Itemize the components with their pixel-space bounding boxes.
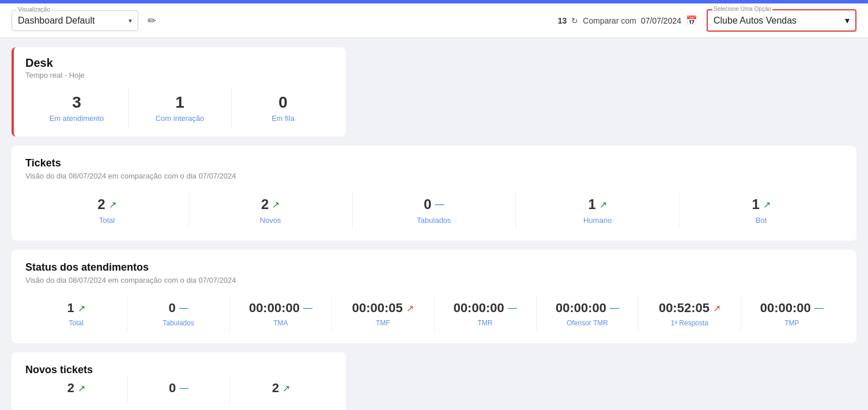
status-stats: 1 ↗ Total 0 — Tabulados 00:00:00 — TMA xyxy=(25,296,843,332)
novos-stat-0: 2 ↗ xyxy=(25,376,128,404)
chevron-down-icon: ▾ xyxy=(129,17,132,25)
desk-subtitle: Tempo real - Hoje xyxy=(25,71,334,79)
status-stat-top-5: 00:00:00 — xyxy=(537,301,638,316)
viz-select[interactable]: Dashboard Default ▾ xyxy=(18,13,132,28)
status-stat-ofensor-tmr: 00:00:00 — Ofensor TMR xyxy=(537,296,639,332)
desk-stat-value-1: 1 xyxy=(129,93,231,112)
option-label: Selecione Uma Opção xyxy=(712,6,772,12)
status-label-2: TMA xyxy=(230,319,331,327)
desk-stat-label-1: Com interação xyxy=(129,114,231,123)
status-stat-top-6: 00:52:05 ↗ xyxy=(639,301,740,316)
status-value-2: 00:00:00 xyxy=(249,301,300,316)
desk-stat-value-2: 0 xyxy=(232,93,334,112)
desk-card: Desk Tempo real - Hoje 3 Em atendimento … xyxy=(12,47,346,136)
status-label-6: 1ª Resposta xyxy=(639,319,740,327)
arrow-up-icon-0: ↗ xyxy=(109,199,116,210)
option-value: Clube Autos Vendas xyxy=(714,16,797,26)
ticket-stat-top-1: 2 ↗ xyxy=(189,196,352,212)
chevron-down-icon-option: ▾ xyxy=(845,15,850,26)
status-label-7: TMP xyxy=(741,319,843,327)
calendar-icon[interactable]: 📅 xyxy=(686,15,697,26)
status-stat-top-7: 00:00:00 — xyxy=(741,301,843,316)
main-content: Desk Tempo real - Hoje 3 Em atendimento … xyxy=(0,38,868,410)
refresh-count: 13 xyxy=(558,16,567,25)
status-stat-top-1: 0 — xyxy=(127,301,229,316)
novos-stat-top-0: 2 ↗ xyxy=(25,381,127,396)
option-select-wrapper[interactable]: Selecione Uma Opção Clube Autos Vendas ▾ xyxy=(707,9,856,32)
status-value-5: 00:00:00 xyxy=(556,301,606,316)
ticket-stat-top-0: 2 ↗ xyxy=(25,196,188,212)
status-label-5: Ofensor TMR xyxy=(537,319,638,327)
novos-tickets-card: Novos tickets 2 ↗ 0 — 2 ↗ xyxy=(12,352,346,410)
arrow-up-icon-1: ↗ xyxy=(272,199,280,210)
status-value-4: 00:00:00 xyxy=(454,301,504,316)
status-stat-tabulados: 0 — Tabulados xyxy=(127,296,229,332)
arrow-dash-novos-1: — xyxy=(179,383,188,393)
ticket-stat-humano: 1 ↗ Humano xyxy=(516,192,680,229)
status-card: Status dos atendimentos Visão do dia 08/… xyxy=(12,250,856,343)
status-stat-top-3: 00:00:05 ↗ xyxy=(332,301,433,316)
ticket-stat-novos: 2 ↗ Novos xyxy=(189,192,353,229)
arrow-dash-status-5: — xyxy=(610,303,619,313)
status-label-0: Total xyxy=(25,319,127,327)
ticket-stat-bot: 1 ↗ Bot xyxy=(680,192,843,229)
arrow-up-novos-2: ↗ xyxy=(282,383,290,394)
novos-stats: 2 ↗ 0 — 2 ↗ xyxy=(25,376,332,404)
status-stat-total: 1 ↗ Total xyxy=(25,296,127,332)
novos-stat-2: 2 ↗ xyxy=(230,376,332,404)
ticket-label-4: Bot xyxy=(680,216,843,225)
status-stat-top-4: 00:00:00 — xyxy=(435,301,536,316)
status-value-0: 1 xyxy=(67,301,74,316)
novos-tickets-title: Novos tickets xyxy=(25,364,332,376)
status-stat-1a-resposta: 00:52:05 ↗ 1ª Resposta xyxy=(639,296,741,332)
compare-label: Comparar com xyxy=(583,16,636,25)
ticket-stat-top-2: 0 — xyxy=(353,196,516,212)
ticket-value-4: 1 xyxy=(752,196,759,212)
viz-select-wrapper[interactable]: Visualização Dashboard Default ▾ xyxy=(12,10,138,31)
novos-stat-top-2: 2 ↗ xyxy=(230,381,332,396)
novos-value-0: 2 xyxy=(67,381,74,396)
ticket-label-3: Humano xyxy=(516,216,679,225)
desk-stat-label-2: Em fila xyxy=(232,114,334,123)
ticket-label-1: Novos xyxy=(189,216,352,225)
pencil-icon[interactable]: ✏ xyxy=(148,14,156,27)
status-stat-top-2: 00:00:00 — xyxy=(230,301,331,316)
novos-value-2: 2 xyxy=(272,381,279,396)
tickets-subtitle: Visão do dia 08/07/2024 em comparação co… xyxy=(25,172,843,180)
arrow-dash-status-2: — xyxy=(303,303,312,313)
toolbar: Visualização Dashboard Default ▾ ✏ 13 ↻ … xyxy=(0,3,868,38)
status-value-1: 0 xyxy=(168,301,175,316)
compare-date: 07/07/2024 xyxy=(641,16,681,25)
tickets-card: Tickets Visão do dia 08/07/2024 em compa… xyxy=(12,146,856,241)
tickets-title: Tickets xyxy=(25,157,843,169)
arrow-up-red-status-6: ↗ xyxy=(713,303,720,314)
status-label-1: Tabulados xyxy=(127,319,229,327)
status-label-3: TMF xyxy=(332,319,433,327)
desk-stat-em-fila: 0 Em fila xyxy=(232,89,334,127)
ticket-stat-top-3: 1 ↗ xyxy=(516,196,679,212)
ticket-stats: 2 ↗ Total 2 ↗ Novos 0 — Tabulados xyxy=(25,192,843,229)
status-stat-top-0: 1 ↗ xyxy=(25,301,127,316)
status-value-3: 00:00:05 xyxy=(352,301,403,316)
arrow-up-icon-4: ↗ xyxy=(763,199,771,210)
status-stat-tma: 00:00:00 — TMA xyxy=(230,296,332,332)
desk-stats: 3 Em atendimento 1 Com interação 0 Em fi… xyxy=(25,89,334,127)
status-title: Status dos atendimentos xyxy=(25,261,843,274)
desk-stat-em-atendimento: 3 Em atendimento xyxy=(25,89,129,127)
viz-value: Dashboard Default xyxy=(18,16,95,26)
refresh-icon[interactable]: ↻ xyxy=(571,16,578,25)
ticket-stat-top-4: 1 ↗ xyxy=(680,196,843,212)
desk-stat-label-0: Em atendimento xyxy=(25,114,128,123)
arrow-dash-status-4: — xyxy=(508,303,517,313)
ticket-value-0: 2 xyxy=(97,196,105,212)
status-stat-tmf: 00:00:05 ↗ TMF xyxy=(332,296,434,332)
novos-value-1: 0 xyxy=(169,381,176,396)
ticket-value-1: 2 xyxy=(261,196,269,212)
desk-title: Desk xyxy=(25,56,334,70)
status-stat-tmp: 00:00:00 — TMP xyxy=(741,296,843,332)
option-select[interactable]: Clube Autos Vendas ▾ xyxy=(714,13,850,28)
compare-section: 13 ↻ Comparar com 07/07/2024 📅 xyxy=(558,15,697,26)
viz-label: Visualização xyxy=(17,6,51,13)
desk-stat-com-interacao: 1 Com interação xyxy=(129,89,232,127)
ticket-label-2: Tabulados xyxy=(353,216,516,225)
